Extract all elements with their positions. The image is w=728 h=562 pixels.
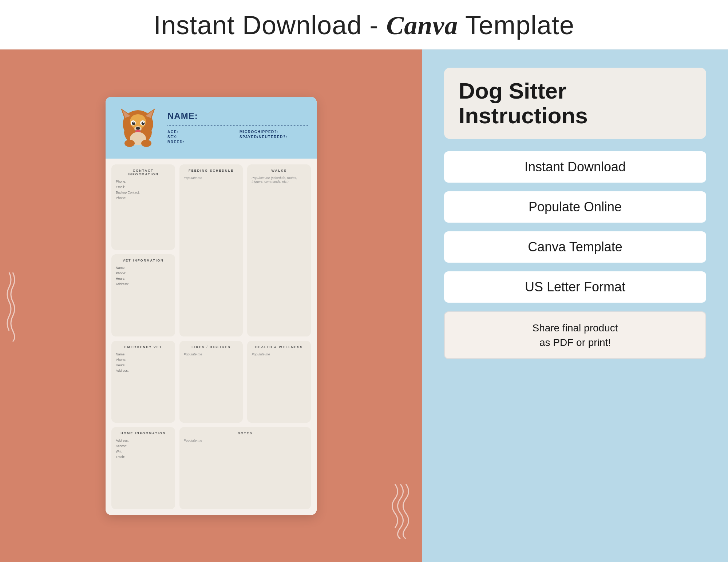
svg-point-10 xyxy=(142,121,145,125)
vet-hours: Hours: xyxy=(116,277,171,280)
notes-title: NOTES xyxy=(184,431,306,435)
home-wifi: Wifi: xyxy=(116,450,171,453)
doc-name-dots xyxy=(167,123,308,126)
breed-label: BREED: xyxy=(167,140,236,144)
title-part1: Instant Download - xyxy=(154,11,386,40)
health-section: HEALTH & WELLNESS Populate me xyxy=(247,341,311,423)
contact-phone: Phone: xyxy=(116,180,171,183)
vet-name: Name: xyxy=(116,266,171,270)
svg-point-11 xyxy=(134,122,135,123)
spayed-label: SPAYED/NEUTERED?: xyxy=(240,135,308,139)
wave-decoration-left xyxy=(4,269,22,343)
sex-label: SEX: xyxy=(167,135,236,139)
likes-title: LIKES / DISLIKES xyxy=(184,345,239,349)
microchipped-label: MICROCHIPPED?: xyxy=(240,130,308,134)
svg-point-17 xyxy=(124,140,135,147)
right-panel: Dog Sitter Instructions Instant Download… xyxy=(422,49,728,562)
title-line2: Instructions xyxy=(459,103,588,128)
age-label: AGE: xyxy=(167,130,236,134)
health-title: HEALTH & WELLNESS xyxy=(252,345,306,349)
emvet-phone: Phone: xyxy=(116,358,171,362)
emvet-name: Name: xyxy=(116,352,171,356)
emergency-vet-section: EMERGENCY VET Name: Phone: Hours: Addres… xyxy=(111,341,175,423)
document-card: NAME: AGE: MICROCHIPPED?: SEX: SPAYED/NE… xyxy=(106,97,317,515)
main-content: NAME: AGE: MICROCHIPPED?: SEX: SPAYED/NE… xyxy=(0,49,728,562)
feature-canva-template: Canva Template xyxy=(444,231,706,263)
svg-point-9 xyxy=(132,121,135,125)
emvet-hours: Hours: xyxy=(116,363,171,367)
corgi-illustration xyxy=(114,104,162,151)
walks-title: WALKS xyxy=(252,169,306,172)
home-title: HOME INFORMATION xyxy=(116,431,171,435)
document-header: NAME: AGE: MICROCHIPPED?: SEX: SPAYED/NE… xyxy=(106,97,317,159)
vet-section: VET INFORMATION Name: Phone: Hours: Addr… xyxy=(111,254,175,336)
contact-backup: Backup Contact: xyxy=(116,191,171,194)
home-trash: Trash: xyxy=(116,455,171,459)
left-panel: NAME: AGE: MICROCHIPPED?: SEX: SPAYED/NE… xyxy=(0,49,422,562)
contact-title: CONTACTINFORMATION xyxy=(116,169,171,176)
vet-phone: Phone: xyxy=(116,271,171,275)
title-part2: Template xyxy=(458,11,574,40)
walks-populate: Populate me (schedule, routes, triggers,… xyxy=(252,176,306,183)
title-section: Dog Sitter Instructions xyxy=(444,68,706,139)
share-text: Share final product as PDF or print! xyxy=(456,321,695,349)
doc-name-label: NAME: xyxy=(167,111,308,121)
feature-instant-download: Instant Download xyxy=(444,151,706,183)
page-title: Instant Download - Canva Template xyxy=(15,10,713,41)
svg-point-14 xyxy=(136,127,140,130)
wave-decoration-right xyxy=(386,481,415,540)
contact-backup-phone: Phone: xyxy=(116,196,171,200)
product-title: Dog Sitter Instructions xyxy=(459,79,692,128)
notes-populate: Populate me xyxy=(184,439,306,442)
doc-info-grid: AGE: MICROCHIPPED?: SEX: SPAYED/NEUTERED… xyxy=(167,130,308,144)
health-populate: Populate me xyxy=(252,352,306,356)
title-line1: Dog Sitter xyxy=(459,78,566,103)
document-body: CONTACTINFORMATION Phone: Email: Backup … xyxy=(106,159,317,515)
vet-title: VET INFORMATION xyxy=(116,259,171,262)
feature-us-letter: US Letter Format xyxy=(444,271,706,303)
share-box: Share final product as PDF or print! xyxy=(444,311,706,359)
vet-address: Address: xyxy=(116,282,171,286)
contact-email: Email: xyxy=(116,185,171,189)
home-access: Access: xyxy=(116,444,171,448)
contact-section: CONTACTINFORMATION Phone: Email: Backup … xyxy=(111,164,175,250)
page-header: Instant Download - Canva Template xyxy=(0,0,728,49)
likes-populate: Populate me xyxy=(184,352,239,356)
svg-point-12 xyxy=(143,122,144,123)
feeding-section: FEEDING SCHEDULE Populate me xyxy=(179,164,243,336)
svg-point-18 xyxy=(141,140,151,147)
home-section: HOME INFORMATION Address: Access: Wifi: … xyxy=(111,427,175,509)
feeding-title: FEEDING SCHEDULE xyxy=(184,169,239,172)
notes-section: NOTES Populate me xyxy=(179,427,311,509)
feeding-populate: Populate me xyxy=(184,176,239,180)
document-header-info: NAME: AGE: MICROCHIPPED?: SEX: SPAYED/NE… xyxy=(167,111,308,144)
title-canva: Canva xyxy=(386,11,458,40)
emergency-vet-title: EMERGENCY VET xyxy=(116,345,171,349)
feature-populate-online: Populate Online xyxy=(444,191,706,223)
walks-section: WALKS Populate me (schedule, routes, tri… xyxy=(247,164,311,336)
home-address: Address: xyxy=(116,439,171,442)
likes-section: LIKES / DISLIKES Populate me xyxy=(179,341,243,423)
emvet-address: Address: xyxy=(116,369,171,372)
